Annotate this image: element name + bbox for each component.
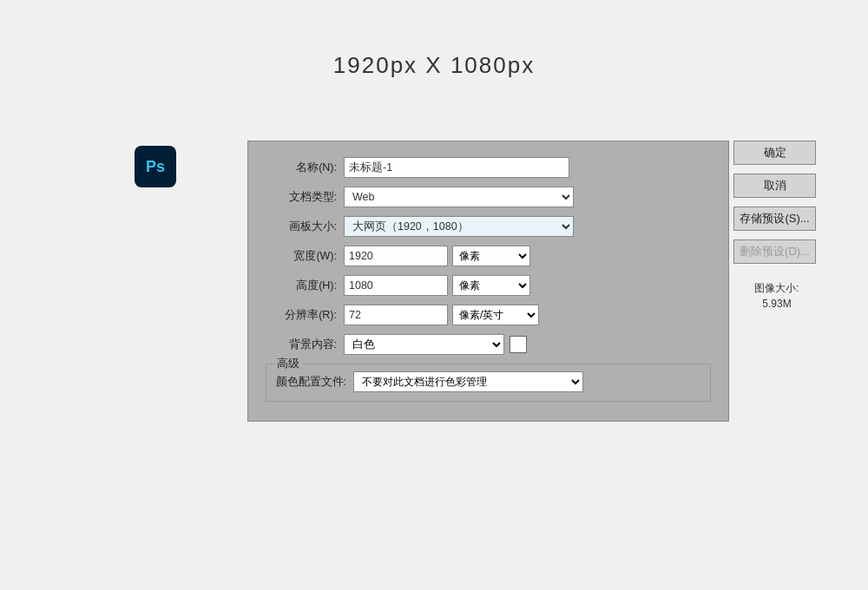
color-profile-label: 颜色配置文件: [275, 375, 353, 390]
page-title: 1920px X 1080px [0, 0, 868, 79]
name-label: 名称(N): [266, 161, 344, 175]
name-input[interactable] [344, 157, 569, 178]
canvas-row: 画板大小: 大网页（1920，1080） [266, 216, 711, 237]
image-size-label: 图像大小: [733, 281, 820, 296]
canvas-label: 画板大小: [266, 220, 344, 234]
doctype-row: 文档类型: Web [266, 187, 711, 207]
canvas-select[interactable]: 大网页（1920，1080） [344, 216, 574, 237]
image-size-value: 5.93M [733, 298, 820, 310]
doctype-select[interactable]: Web [344, 187, 574, 207]
height-label: 高度(H): [266, 279, 344, 293]
bg-select[interactable]: 白色 [344, 334, 504, 355]
right-panel: 确定 取消 存储预设(S)... 删除预设(D)... 图像大小: 5.93M [733, 141, 820, 310]
height-row: 高度(H): 像素 [266, 275, 711, 296]
height-unit-select[interactable]: 像素 [452, 275, 530, 296]
name-row: 名称(N): [266, 157, 711, 178]
color-profile-select[interactable]: 不要对此文档进行色彩管理 [353, 371, 583, 392]
resolution-input[interactable] [344, 305, 448, 325]
ps-logo-text: Ps [146, 158, 165, 176]
bg-row: 背景内容: 白色 [266, 334, 711, 355]
width-input[interactable] [344, 246, 448, 266]
confirm-button[interactable]: 确定 [733, 141, 816, 165]
bg-label: 背景内容: [266, 338, 344, 352]
cancel-button[interactable]: 取消 [733, 174, 816, 198]
color-profile-row: 颜色配置文件: 不要对此文档进行色彩管理 [275, 371, 701, 392]
doctype-label: 文档类型: [266, 190, 344, 205]
resolution-unit-select[interactable]: 像素/英寸 [452, 305, 539, 325]
new-document-dialog: 名称(N): 文档类型: Web 画板大小: 大网页（1920，1080） 宽度… [247, 141, 729, 422]
resolution-row: 分辨率(R): 像素/英寸 [266, 305, 711, 325]
resolution-label: 分辨率(R): [266, 308, 344, 323]
color-preview-box[interactable] [510, 336, 527, 353]
width-label: 宽度(W): [266, 249, 344, 264]
ps-logo: Ps [135, 146, 176, 187]
width-unit-select[interactable]: 像素 [452, 246, 530, 266]
width-row: 宽度(W): 像素 [266, 246, 711, 266]
height-input[interactable] [344, 275, 448, 296]
delete-preset-button[interactable]: 删除预设(D)... [733, 239, 816, 264]
advanced-legend: 高级 [273, 357, 303, 371]
advanced-section: 高级 颜色配置文件: 不要对此文档进行色彩管理 [266, 364, 711, 402]
save-preset-button[interactable]: 存储预设(S)... [733, 206, 816, 231]
